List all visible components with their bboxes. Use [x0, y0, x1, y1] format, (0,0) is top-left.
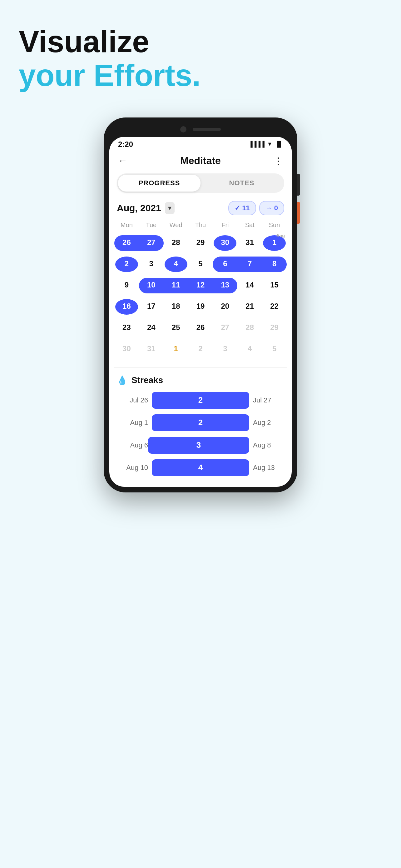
wifi-icon: ▼	[267, 141, 273, 148]
arrow-icon: →	[265, 204, 272, 212]
streak-bar-2: 2	[152, 414, 249, 431]
streak-date-right-3: Aug 8	[253, 441, 284, 449]
completed-badge: ✓ 11	[228, 201, 256, 215]
cal-cell-17[interactable]: 17	[139, 296, 164, 316]
calendar-header: Mon Tue Wed Thu Fri Sat Sun	[114, 220, 287, 230]
cal-cell-29[interactable]: 29	[188, 232, 213, 252]
calendar-row-6: 30 31 1 2 3 4 5	[114, 339, 287, 360]
cal-cell-6[interactable]: 6	[213, 254, 237, 274]
day-label-fri: Fri	[213, 220, 237, 230]
cal-cell-31[interactable]: 31	[237, 232, 262, 252]
tab-notes[interactable]: NOTES	[201, 175, 283, 191]
calendar-row-3: 9 10 11 12 13 14 15	[114, 275, 287, 296]
cal-cell-21[interactable]: 21	[237, 296, 262, 316]
cal-cell-11[interactable]: 11	[164, 275, 188, 295]
cal-cell-16[interactable]: 16	[114, 296, 139, 316]
day-label-tue: Tue	[139, 220, 164, 230]
signal-icon: ▐▐▐▐	[248, 141, 265, 148]
hero-section: Visualize your Efforts.	[0, 0, 401, 105]
month-dropdown[interactable]: ▾	[165, 202, 175, 214]
streak-bar-1: 2	[152, 392, 249, 409]
cal-cell-30[interactable]: 30	[213, 232, 237, 252]
cal-cell-27[interactable]: 27	[139, 232, 164, 252]
streak-bar-3: 3	[148, 437, 249, 454]
calendar-grid: 26 27 28 29 30 31 Aug 1	[114, 232, 287, 360]
cal-cell-sep2[interactable]: 2	[188, 339, 213, 359]
calendar-row-5: 23 24 25 26 27 28 29	[114, 317, 287, 339]
streak-row-1: Jul 26 2 Jul 27	[117, 392, 284, 409]
streak-row-2: Aug 1 2 Aug 2	[117, 414, 284, 431]
cal-cell-12[interactable]: 12	[188, 275, 213, 295]
cal-cell-28b[interactable]: 28	[237, 317, 262, 337]
tab-progress[interactable]: PROGRESS	[118, 175, 201, 191]
cal-cell-3[interactable]: 3	[139, 254, 164, 274]
cal-cell-sep4[interactable]: 4	[237, 339, 262, 359]
day-label-mon: Mon	[114, 220, 139, 230]
cal-cell-30b[interactable]: 30	[114, 339, 139, 359]
cal-cell-25[interactable]: 25	[164, 317, 188, 337]
cal-cell-13[interactable]: 13	[213, 275, 237, 295]
app-title: Meditate	[180, 155, 221, 166]
cal-cell-sep3[interactable]: 3	[213, 339, 237, 359]
status-time: 2:20	[118, 140, 133, 149]
cal-cell-4[interactable]: 4	[164, 254, 188, 274]
cal-cell-9[interactable]: 9	[114, 275, 139, 295]
streak-date-right-4: Aug 13	[253, 464, 284, 472]
check-icon: ✓	[235, 204, 240, 212]
cal-cell-29b[interactable]: 29	[262, 317, 287, 337]
skipped-badge: → 0	[259, 201, 284, 215]
section-divider	[114, 367, 287, 368]
back-button[interactable]: ←	[118, 155, 127, 166]
month-stats: ✓ 11 → 0	[228, 201, 284, 215]
cal-cell-10[interactable]: 10	[139, 275, 164, 295]
cal-cell-28[interactable]: 28	[164, 232, 188, 252]
more-menu-button[interactable]: ⋮	[274, 155, 283, 166]
streak-date-left-2: Aug 1	[117, 419, 148, 427]
phone-speaker	[193, 128, 221, 131]
cal-cell-sep5[interactable]: 5	[262, 339, 287, 359]
cal-cell-26b[interactable]: 26	[188, 317, 213, 337]
calendar-row-1: 26 27 28 29 30 31 Aug 1	[114, 232, 287, 254]
day-label-sun: Sun	[262, 220, 287, 230]
calendar-row-2: 2 3 4 5 6 7 8	[114, 254, 287, 275]
cal-cell-18[interactable]: 18	[164, 296, 188, 316]
streak-row-3: Aug 6 3 Aug 8	[117, 437, 284, 454]
cal-cell-31b[interactable]: 31	[139, 339, 164, 359]
tab-bar: PROGRESS NOTES	[117, 174, 284, 193]
cal-cell-sep1[interactable]: 1	[164, 339, 188, 359]
status-bar: 2:20 ▐▐▐▐ ▼ ▐▌	[109, 137, 292, 151]
streaks-section: 💧 Streaks Jul 26 2 Jul 27 Aug 1 2 Aug 2	[109, 370, 292, 487]
streaks-title: 💧 Streaks	[117, 375, 284, 385]
cal-cell-20[interactable]: 20	[213, 296, 237, 316]
day-label-thu: Thu	[188, 220, 213, 230]
streak-date-right-2: Aug 2	[253, 419, 284, 427]
cal-cell-24[interactable]: 24	[139, 317, 164, 337]
battery-icon: ▐▌	[275, 141, 283, 148]
status-icons: ▐▐▐▐ ▼ ▐▌	[248, 141, 283, 148]
skipped-count: 0	[274, 204, 278, 212]
streak-row-4: Aug 10 4 Aug 13	[117, 459, 284, 476]
cal-cell-14[interactable]: 14	[237, 275, 262, 295]
cal-cell-22[interactable]: 22	[262, 296, 287, 316]
cal-cell-aug1[interactable]: Aug 1	[262, 232, 287, 252]
calendar-row-4: 16 17 18 19 20 21 22	[114, 296, 287, 317]
cal-cell-15[interactable]: 15	[262, 275, 287, 295]
streak-date-left-1: Jul 26	[117, 396, 148, 404]
hero-line2: your Efforts.	[19, 59, 382, 92]
cal-cell-23[interactable]: 23	[114, 317, 139, 337]
phone-side-button	[297, 174, 300, 195]
streak-bar-4: 4	[152, 459, 249, 476]
cal-cell-5[interactable]: 5	[188, 254, 213, 274]
cal-cell-8[interactable]: 8	[262, 254, 287, 274]
phone-top-bar	[109, 123, 292, 137]
cal-cell-2[interactable]: 2	[114, 254, 139, 274]
cal-cell-7[interactable]: 7	[237, 254, 262, 274]
phone-wrapper: 2:20 ▐▐▐▐ ▼ ▐▌ ← Meditate ⋮ PROGRESS NOT…	[0, 105, 401, 511]
cal-cell-26[interactable]: 26	[114, 232, 139, 252]
calendar: Mon Tue Wed Thu Fri Sat Sun	[109, 220, 292, 365]
hero-line1: Visualize	[19, 25, 382, 59]
cal-cell-27b[interactable]: 27	[213, 317, 237, 337]
month-header: Aug, 2021 ▾ ✓ 11 → 0	[109, 198, 292, 220]
cal-cell-19[interactable]: 19	[188, 296, 213, 316]
fire-icon: 💧	[117, 375, 128, 385]
